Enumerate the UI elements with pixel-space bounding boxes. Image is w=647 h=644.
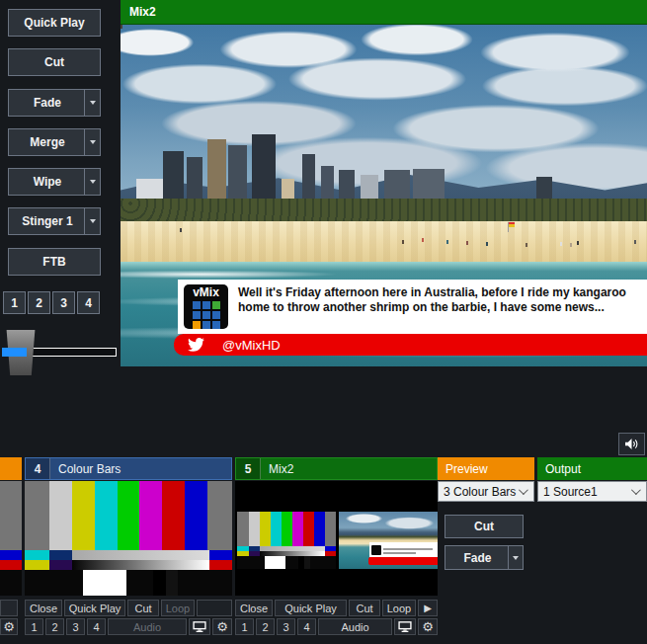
input-4-overlay-1-button[interactable]: 1 [25, 618, 43, 635]
input-4-cut-button[interactable]: Cut [127, 600, 159, 616]
input-bay: ⚙ 4 Colour Bars [0, 456, 647, 644]
tbar-position-indicator [2, 348, 27, 357]
input-5-overlay-4-button[interactable]: 4 [297, 618, 316, 635]
input-4-name: Colour Bars [50, 462, 121, 476]
input-5-number: 5 [236, 458, 261, 479]
input-5-play-button[interactable]: ▶ [418, 600, 438, 616]
cut-label: Cut [9, 55, 100, 69]
twitter-bird-icon [188, 338, 204, 352]
input-5-overlay-3-button[interactable]: 3 [277, 618, 295, 635]
tbar-track [26, 348, 117, 357]
fade-dropdown-button[interactable] [84, 90, 100, 116]
vmix-logo-text: vMix [193, 287, 219, 298]
merge-button[interactable]: Merge [8, 128, 101, 156]
play-icon: ▶ [424, 604, 432, 613]
stinger-button[interactable]: Stinger 1 [8, 207, 101, 235]
input-5-loop-button[interactable]: Loop [382, 600, 416, 616]
chevron-down-icon [90, 180, 96, 184]
mix-fade-dropdown-button[interactable] [508, 546, 523, 569]
overlay-1-button[interactable]: 1 [3, 291, 26, 314]
program-title-bar: Mix2 [121, 0, 647, 25]
empty-cell [0, 600, 18, 616]
tweet-overlay: vMix Well it's Friday afternoon here in … [178, 280, 647, 334]
vmix-logo: vMix [184, 284, 228, 329]
input-5-header[interactable]: 5 Mix2 [235, 457, 438, 480]
input-5-audio-button[interactable]: Audio [318, 618, 392, 635]
beach-sand [121, 221, 647, 264]
city-skyline [121, 117, 647, 205]
input-5-settings-button[interactable]: ⚙ [418, 618, 438, 635]
input-4-loop-button: Loop [161, 600, 195, 616]
overlay-4-button[interactable]: 4 [77, 291, 100, 314]
vmix-logo-grid [193, 301, 220, 329]
tweet-handle: @vMixHD [222, 338, 281, 353]
vmix-window: Quick Play Cut Fade Merge Wipe Stinger 1… [0, 0, 647, 644]
tweet-message: Well it's Friday afternoon here in Austr… [238, 284, 647, 315]
chevron-down-icon [631, 485, 641, 495]
cut-button[interactable]: Cut [8, 48, 101, 76]
output-source-select[interactable]: 1 Source1 [537, 481, 647, 502]
preview-source-select[interactable]: 3 Colour Bars [438, 481, 534, 502]
input-4-overlay-3-button[interactable]: 3 [66, 618, 85, 635]
mix-output-pane [339, 512, 438, 570]
input-3-partial[interactable]: ⚙ [0, 457, 22, 635]
input-5-close-button[interactable]: Close [235, 600, 273, 616]
input-5-fullscreen-button[interactable] [394, 618, 416, 635]
wipe-button[interactable]: Wipe [8, 168, 101, 196]
program-video: vMix Well it's Friday afternoon here in … [121, 25, 647, 366]
input-3-settings-button[interactable]: ⚙ [0, 618, 18, 635]
mix-switcher-panel: Preview Output 3 Colour Bars 1 Source1 C… [438, 457, 647, 502]
overlay-2-button[interactable]: 2 [28, 291, 50, 314]
input-4-close-button[interactable]: Close [25, 600, 62, 616]
program-title: Mix2 [129, 5, 156, 19]
overlay-3-button[interactable]: 3 [52, 291, 75, 314]
colour-bars-pattern [25, 481, 232, 596]
input-4-audio-button: Audio [108, 618, 187, 635]
input-4-fullscreen-button[interactable] [189, 618, 210, 635]
speaker-icon [624, 438, 639, 450]
tweet-ticker-bar: @vMixHD Tweet us! #vMixHD [174, 334, 647, 356]
quick-play-button[interactable]: Quick Play [8, 9, 101, 37]
mini-tweet-bar [368, 557, 438, 565]
mix-cut-button[interactable]: Cut [445, 515, 524, 538]
input-4-quick-play-button[interactable]: Quick Play [64, 600, 125, 616]
input-5-overlay-1-button[interactable]: 1 [235, 618, 254, 635]
gear-icon: ⚙ [422, 620, 434, 633]
merge-dropdown-button[interactable] [84, 129, 100, 155]
input-4: 4 Colour Bars [25, 457, 232, 635]
input-5-cut-button[interactable]: Cut [349, 600, 380, 616]
stinger-dropdown-button[interactable] [84, 208, 100, 234]
chevron-down-icon [513, 556, 519, 560]
input-5-name: Mix2 [261, 462, 293, 476]
input-5-overlay-2-button[interactable]: 2 [256, 618, 275, 635]
program-preview: Mix2 [121, 0, 647, 366]
input-3-thumbnail[interactable] [0, 481, 22, 596]
input-4-thumbnail[interactable] [25, 481, 232, 596]
empty-cell [197, 600, 232, 616]
monitor-icon [398, 621, 412, 632]
ftb-button[interactable]: FTB [8, 248, 101, 276]
mix-fade-button[interactable]: Fade [445, 545, 524, 570]
chevron-down-icon [90, 219, 96, 223]
input-4-number: 4 [26, 458, 50, 479]
lifeguard-flag [508, 222, 509, 232]
mini-tweet-overlay [369, 542, 438, 557]
input-4-header[interactable]: 4 Colour Bars [25, 457, 232, 480]
gear-icon: ⚙ [3, 620, 15, 633]
input-4-overlay-4-button[interactable]: 4 [87, 618, 106, 635]
fade-button[interactable]: Fade [8, 89, 101, 117]
input-3-header[interactable] [0, 457, 22, 480]
fade-label: Fade [9, 96, 86, 110]
chevron-down-icon [90, 140, 96, 144]
master-audio-button[interactable] [618, 433, 645, 455]
wipe-label: Wipe [9, 175, 86, 189]
wipe-dropdown-button[interactable] [84, 169, 100, 195]
quick-play-label: Quick Play [9, 16, 100, 30]
beachgoers [121, 25, 122, 29]
input-5-thumbnail[interactable] [235, 481, 438, 596]
input-5: 5 Mix2 [235, 457, 438, 635]
input-5-quick-play-button[interactable]: Quick Play [275, 600, 347, 616]
ftb-label: FTB [9, 255, 100, 269]
input-4-settings-button[interactable]: ⚙ [212, 618, 232, 635]
input-4-overlay-2-button[interactable]: 2 [45, 618, 64, 635]
